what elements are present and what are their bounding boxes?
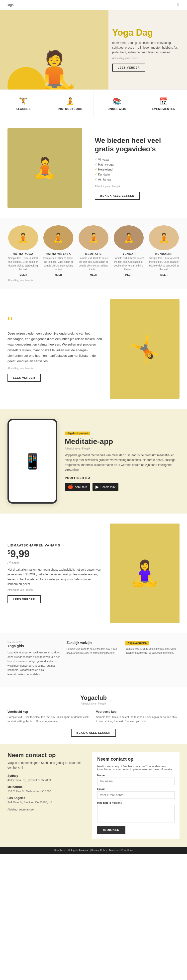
app-cta-text: PROFITEER NU <box>65 476 179 480</box>
feature-instructeurs[interactable]: 🧘 INSTRUCTEURS <box>47 90 94 118</box>
yoga-card-title-iyengar: IYENGAR <box>113 252 144 255</box>
form-message-textarea[interactable] <box>97 805 174 822</box>
checklist-item-hatha: Hatha-yoga <box>95 162 179 167</box>
yoga-card-title-hatha: HATHA YOGA <box>8 252 38 255</box>
membership-period: /Maand <box>8 560 102 565</box>
app-phone-mockup: 📱 <box>8 419 58 504</box>
hero-section: Yoga Dag Ieder mens zou op zijn minst ee… <box>0 10 187 89</box>
contact-location-melbourne: Melbourne 132 Collins St, Melbourne VIC … <box>8 785 85 794</box>
form-email-input[interactable] <box>97 791 174 799</box>
contact-section: Neem contact op Vragen of opmerkingen? S… <box>0 744 187 846</box>
yoga-club-credit: Afbeelding van Freepik <box>8 702 179 705</box>
nav-menu-icon[interactable]: ☰ <box>177 3 179 7</box>
yoga-club-col1: Voorbeeld kop Sample text. Click to sele… <box>8 710 91 724</box>
feature-onderwijs[interactable]: 📚 ONDERWIJS <box>94 90 141 118</box>
checklist-item-vinyasa: Vinyasa <box>95 157 179 162</box>
over-ons-subtitle: OVER ONS <box>8 641 62 643</box>
app-store-label: App Store <box>75 485 87 488</box>
feature-icon-onderwijs: 📚 <box>96 97 138 105</box>
yoga-card-link-kundalini[interactable]: MEER <box>160 274 168 276</box>
feature-klassen[interactable]: 🏋 KLASSEN <box>0 90 47 118</box>
yoga-club-cta-container: BEKIJK ALLE LESSEN <box>8 729 179 737</box>
google-play-icon: ▶ <box>96 484 99 490</box>
yoga-club-col2-text: Sample text. Click to select the text bo… <box>96 715 179 724</box>
over-ons-text: Upgrade je yoga- en wellnesservaring doo… <box>8 651 62 677</box>
yoga-club-cta-button[interactable]: BEKIJK ALLE LESSEN <box>71 729 116 737</box>
yoga-card-text-vinyasa: Sample text. Click to select the text bo… <box>43 256 74 271</box>
feature-label-onderwijs: ONDERWIJS <box>96 107 138 110</box>
contact-left-title: Neem contact op <box>8 752 85 759</box>
video-image: 🧘 <box>8 128 82 208</box>
yoga-card-title-vinyasa: HATHA VINYASA <box>43 252 74 255</box>
yoga-card-img-meditatie: 🧘 <box>78 225 109 250</box>
checklist-item-kundalini: Kundalini <box>95 172 179 177</box>
features-bar: 🏋 KLASSEN 🧘 INSTRUCTEURS 📚 ONDERWIJS 📅 E… <box>0 89 187 118</box>
membership-cta-button[interactable]: LEES VERDER <box>8 595 41 603</box>
contact-location-sydney: Sydney 40 Pirrama Rd, Pyrmont NSW 2009 <box>8 774 85 782</box>
yoga-club-section: Yogaclub Afbeelding van Freepik Voorbeel… <box>0 687 187 744</box>
yoga-card-text-meditatie: Sample text. Click to select the text bo… <box>78 256 109 271</box>
contact-grid: Neem contact op Vragen of opmerkingen? S… <box>8 752 179 839</box>
footer-text: Google Inc. All Rights Reserved | Privac… <box>54 849 133 852</box>
yoga-types-section: 🧘 HATHA YOGA Sample text. Click to selec… <box>0 218 187 289</box>
quote-credit: Afbeelding van Freepik <box>8 367 102 370</box>
yoga-card-link-hatha[interactable]: MEER <box>19 274 27 276</box>
yoga-card-vinyasa: 🧘 HATHA VINYASA Sample text. Click to se… <box>43 225 74 277</box>
form-email-group: Email <box>97 788 174 799</box>
checklist-item-herstelend: Herstelend <box>95 167 179 172</box>
app-title: Meditatie-app <box>65 437 179 446</box>
google-play-button[interactable]: ▶ Google Play <box>93 483 118 491</box>
yoga-club-title: Yogaclub <box>8 694 179 701</box>
contact-extra: Afdeling: secretarissen <box>8 808 85 812</box>
app-text: Wippand, gemaakt met kennis van meer dan… <box>65 453 179 472</box>
contact-city-la: Los Angeles <box>8 796 85 800</box>
membership-price: $9,99 <box>8 548 102 560</box>
over-ons-title: Yoga gids <box>8 644 62 648</box>
yoga-card-text-hatha: Sample text. Click to select the text bo… <box>8 256 38 271</box>
yoga-club-grid: Voorbeeld kop Sample text. Click to sele… <box>8 710 179 724</box>
hero-text: Ieder mens zou op zijn minst een eenvoud… <box>112 41 179 55</box>
yoga-club-col2-title: Voorbeeld kop <box>96 710 179 713</box>
form-message-label: Hoe kan ik helpen? <box>97 801 174 804</box>
yoga-club-col2: Voorbeeld kop Sample text. Click to sele… <box>96 710 179 724</box>
video-cta-button[interactable]: BEKIJK ALLE LESSEN <box>95 192 140 200</box>
over-ons-column: OVER ONS Yoga gids Upgrade je yoga- en w… <box>8 641 62 679</box>
app-credit: Afbeelding van Freepik <box>65 447 179 450</box>
yoga-card-img-kundalini: 🧘 <box>149 225 179 250</box>
form-submit-button[interactable]: INDIENEN <box>97 826 125 834</box>
video-section: 🧘 We bieden heel veel gratis yogavideo's… <box>0 118 187 218</box>
membership-currency: $ <box>8 549 10 555</box>
nav-logo: logo <box>8 3 14 7</box>
app-store-button[interactable]: 🍎 App Store <box>65 483 90 491</box>
google-play-label: Google Play <box>101 485 115 488</box>
yoga-card-text-kundalini: Sample text. Click to select the text bo… <box>149 256 179 271</box>
feature-evenementen[interactable]: 📅 EVENEMENTEN <box>141 90 187 118</box>
yoga-card-title-meditatie: MEDITATIE <box>78 252 109 255</box>
checklist-item-ashtanga: Ashtanga <box>95 177 179 182</box>
yoga-card-link-iyengar[interactable]: MEER <box>125 274 133 276</box>
contact-form-title: Neem contact op <box>97 757 174 762</box>
bottom-info-section: OVER ONS Yoga gids Upgrade je yoga- en w… <box>0 633 187 687</box>
form-email-label: Email <box>97 788 174 791</box>
hero-title: Yoga Dag <box>112 28 179 38</box>
membership-content: Lidmaatschappen vanaf $ $9,99 /Maand Het… <box>8 544 102 603</box>
yoga-types-grid: 🧘 HATHA YOGA Sample text. Click to selec… <box>8 225 179 277</box>
quote-section: " Deze reizen bieden een behoorlijke ond… <box>0 289 187 409</box>
yoga-card-meditatie: 🧘 MEDITATIE Sample text. Click to select… <box>78 225 109 277</box>
yoga-voordelen-text: Sample text. Click to select the text bo… <box>125 647 179 655</box>
quote-image: 🤸 <box>110 299 179 399</box>
quote-cta-button[interactable]: LEES VERDER <box>8 374 41 382</box>
yoga-card-link-vinyasa[interactable]: MEER <box>54 274 62 276</box>
quote-text: Deze reizen bieden een behoorlijke onder… <box>8 331 102 364</box>
membership-section: Lidmaatschappen vanaf $ $9,99 /Maand Het… <box>0 514 187 633</box>
video-credit: Afbeelding van Freepik <box>95 185 179 188</box>
quote-mark: " <box>8 317 102 328</box>
feature-label-instructeurs: INSTRUCTEURS <box>50 107 91 110</box>
hero-cta-button[interactable]: LEES VERDER <box>112 64 145 72</box>
bottom-info-grid: OVER ONS Yoga gids Upgrade je yoga- en w… <box>8 641 179 679</box>
membership-credit: Afbeelding van Freepik <box>8 589 102 591</box>
form-name-input[interactable] <box>97 778 174 785</box>
yoga-card-link-meditatie[interactable]: MEER <box>90 274 97 276</box>
hero-content: Yoga Dag Ieder mens zou op zijn minst ee… <box>112 28 179 72</box>
yoga-card-img-hatha: 🧘 <box>8 225 38 250</box>
